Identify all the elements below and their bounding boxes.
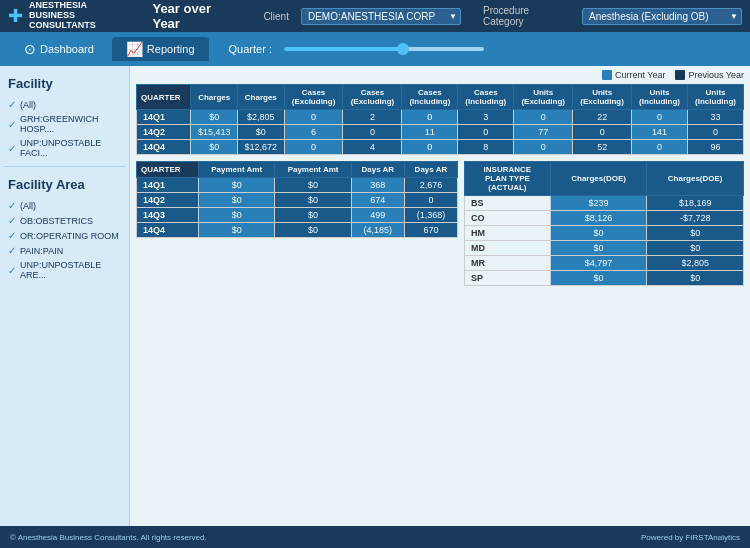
bl-col-days-py: Days AR <box>404 162 457 178</box>
table-row-label: 14Q4 <box>137 223 199 238</box>
insurance-plan-label: SP <box>465 271 551 286</box>
legend-previous-box <box>675 70 685 80</box>
tab-reporting-label: Reporting <box>147 43 195 55</box>
sidebar-item-or[interactable]: ✓ OR:OPERATING ROOM <box>0 228 129 243</box>
tab-reporting[interactable]: 📈 Reporting <box>112 37 209 61</box>
sidebar-item-ob[interactable]: ✓ OB:OBSTETRICS <box>0 213 129 228</box>
proc-dropdown[interactable]: Anesthesia (Excluding OB) <box>582 8 742 25</box>
reporting-icon: 📈 <box>126 41 143 57</box>
table-cell: 0 <box>514 110 573 125</box>
tab-dashboard[interactable]: ⊙ Dashboard <box>10 37 108 61</box>
table-cell: $0 <box>275 223 351 238</box>
table-cell: $0 <box>191 140 238 155</box>
check-icon: ✓ <box>8 200 16 211</box>
sidebar-item-grh[interactable]: ✓ GRH:GREENWICH HOSP.... <box>0 112 129 136</box>
legend: Current Year Previous Year <box>136 70 744 80</box>
table-cell: 499 <box>351 208 404 223</box>
table-cell: $0 <box>238 125 285 140</box>
table-cell: 77 <box>514 125 573 140</box>
insurance-cell: $0 <box>647 241 744 256</box>
quarter-slider[interactable] <box>284 47 484 51</box>
insurance-plan-label: MR <box>465 256 551 271</box>
client-dropdown-wrapper[interactable]: DEMO:ANESTHESIA CORP ▼ <box>301 8 461 25</box>
insurance-cell: $18,169 <box>647 196 744 211</box>
tab-dashboard-label: Dashboard <box>40 43 94 55</box>
table-cell: 0 <box>402 110 458 125</box>
insurance-table: INSURANCEPLAN TYPE(ACTUAL) Charges(DOE) … <box>464 161 744 286</box>
table-cell: $0 <box>275 208 351 223</box>
col-cases-incl-cy: Cases(Including) <box>402 85 458 110</box>
col-cases-excl-py: Cases(Excluding) <box>343 85 402 110</box>
table-cell: 0 <box>284 140 343 155</box>
col-quarter: QUARTER <box>137 85 191 110</box>
sidebar-item-label: (All) <box>20 100 36 110</box>
legend-current-box <box>602 70 612 80</box>
col-units-incl-cy: Units(Including) <box>632 85 688 110</box>
app-header: ✚ ANESTHESIA BUSINESS CONSULTANTS Year o… <box>0 0 750 32</box>
table-cell: $0 <box>198 193 274 208</box>
table-cell: 141 <box>632 125 688 140</box>
ins-col-charges-cy: Charges(DOE) <box>550 162 647 196</box>
table-cell: 0 <box>632 140 688 155</box>
table-cell: 368 <box>351 178 404 193</box>
col-units-excl-py: Units(Excluding) <box>573 85 632 110</box>
insurance-plan-label: MD <box>465 241 551 256</box>
view-title: Year over Year <box>152 1 239 31</box>
table-cell: 0 <box>404 193 457 208</box>
table-cell: $15,413 <box>191 125 238 140</box>
col-units-excl-cy: Units(Excluding) <box>514 85 573 110</box>
insurance-cell: $2,805 <box>647 256 744 271</box>
sidebar-item-label: UNP:UNPOSTABLE FACI... <box>20 138 121 158</box>
table-cell: $0 <box>198 178 274 193</box>
check-icon: ✓ <box>8 143 16 154</box>
table-cell: $0 <box>198 223 274 238</box>
bl-col-pay-py: Payment Amt <box>275 162 351 178</box>
main-layout: Facility ✓ (All) ✓ GRH:GREENWICH HOSP...… <box>0 66 750 526</box>
insurance-cell: $4,797 <box>550 256 647 271</box>
table-cell: 0 <box>632 110 688 125</box>
insurance-plan-label: CO <box>465 211 551 226</box>
table-row-label: 14Q4 <box>137 140 191 155</box>
table-row-label: 14Q1 <box>137 110 191 125</box>
nav-bar: ⊙ Dashboard 📈 Reporting Quarter : <box>0 32 750 66</box>
check-icon: ✓ <box>8 230 16 241</box>
sidebar-item-label: OB:OBSTETRICS <box>20 216 93 226</box>
insurance-cell: $239 <box>550 196 647 211</box>
col-charges-cy: Charges <box>191 85 238 110</box>
sidebar-item-unp[interactable]: ✓ UNP:UNPOSTABLE FACI... <box>0 136 129 160</box>
table-cell: 96 <box>688 140 744 155</box>
table-cell: 0 <box>458 125 514 140</box>
logo-text: ANESTHESIA BUSINESS CONSULTANTS <box>29 1 140 31</box>
client-label: Client <box>263 11 289 22</box>
proc-dropdown-wrapper[interactable]: Anesthesia (Excluding OB) ▼ <box>582 8 742 25</box>
insurance-cell: $0 <box>550 271 647 286</box>
sidebar-item-facility-all[interactable]: ✓ (All) <box>0 97 129 112</box>
sidebar-item-unp-area[interactable]: ✓ UNP:UNPOSTABLE ARE... <box>0 258 129 282</box>
table-cell: $12,672 <box>238 140 285 155</box>
table-cell: 4 <box>343 140 402 155</box>
table-cell: 3 <box>458 110 514 125</box>
col-charges-py: Charges <box>238 85 285 110</box>
table-cell: $0 <box>191 110 238 125</box>
client-dropdown[interactable]: DEMO:ANESTHESIA CORP <box>301 8 461 25</box>
table-cell: $0 <box>198 208 274 223</box>
table-cell: 0 <box>688 125 744 140</box>
bottom-left-table: QUARTER Payment Amt Payment Amt Days AR … <box>136 161 458 238</box>
table-row-label: 14Q2 <box>137 125 191 140</box>
legend-previous-year: Previous Year <box>675 70 744 80</box>
insurance-cell: $0 <box>647 271 744 286</box>
ins-col-plan: INSURANCEPLAN TYPE(ACTUAL) <box>465 162 551 196</box>
sidebar-item-pain[interactable]: ✓ PAIN:PAIN <box>0 243 129 258</box>
legend-current-year: Current Year <box>602 70 666 80</box>
sidebar: Facility ✓ (All) ✓ GRH:GREENWICH HOSP...… <box>0 66 130 526</box>
bl-col-quarter: QUARTER <box>137 162 199 178</box>
legend-previous-label: Previous Year <box>688 70 744 80</box>
insurance-cell: $0 <box>550 241 647 256</box>
insurance-plan-label: BS <box>465 196 551 211</box>
insurance-plan-label: HM <box>465 226 551 241</box>
sidebar-item-area-all[interactable]: ✓ (All) <box>0 198 129 213</box>
bl-col-pay-cy: Payment Amt <box>198 162 274 178</box>
table-cell: 0 <box>573 125 632 140</box>
table-cell: 670 <box>404 223 457 238</box>
table-cell: 33 <box>688 110 744 125</box>
